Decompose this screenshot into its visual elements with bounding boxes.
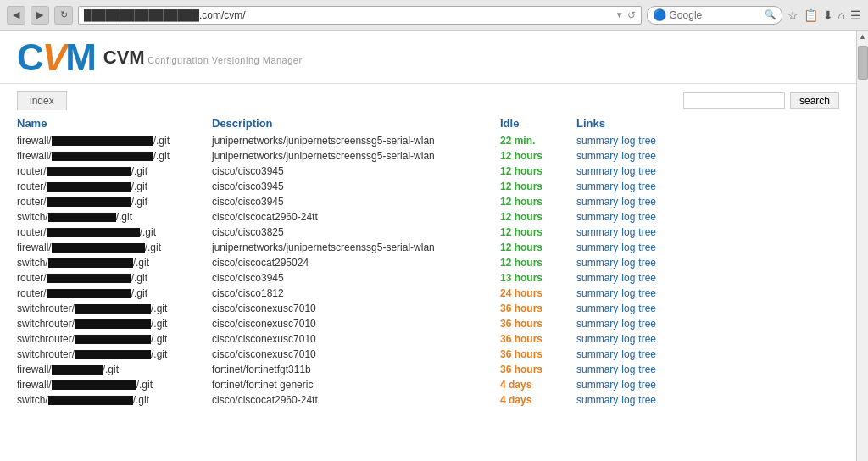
link-log[interactable]: log [621, 196, 635, 208]
link-summary[interactable]: summary [576, 196, 618, 208]
link-tree[interactable]: tree [638, 394, 656, 406]
link-log[interactable]: log [621, 287, 635, 299]
link-log[interactable]: log [621, 226, 635, 238]
link-log[interactable]: log [621, 135, 635, 147]
cell-links: summarylogtree [576, 225, 839, 240]
link-log[interactable]: log [621, 333, 635, 345]
link-summary[interactable]: summary [576, 364, 618, 375]
url-bar-icons: ▼ ↺ [615, 9, 636, 21]
browser-nav-icons: ☆ 📋 ⬇ ⌂ ☰ [787, 8, 861, 22]
cell-idle: 12 hours [500, 209, 576, 225]
link-tree[interactable]: tree [638, 287, 656, 299]
cell-links: summarylogtree [576, 286, 839, 301]
download-icon[interactable]: ⬇ [823, 8, 833, 22]
cell-name: switch//.git [17, 392, 212, 408]
cell-idle: 12 hours [500, 179, 576, 194]
link-tree[interactable]: tree [638, 226, 656, 238]
link-tree[interactable]: tree [638, 211, 656, 223]
bookmark-list-icon[interactable]: 📋 [804, 8, 818, 22]
table-row: router//.gitcisco/cisco394512 hourssumma… [17, 179, 839, 194]
col-header-name: Name [17, 114, 212, 133]
cell-name: switchrouter//.git [17, 347, 212, 362]
link-tree[interactable]: tree [638, 257, 656, 269]
link-summary[interactable]: summary [576, 303, 618, 314]
link-summary[interactable]: summary [576, 348, 618, 360]
link-summary[interactable]: summary [576, 150, 618, 162]
scroll-up-arrow[interactable]: ▲ [857, 31, 868, 42]
link-log[interactable]: log [621, 272, 635, 284]
menu-icon[interactable]: ☰ [850, 8, 861, 22]
link-log[interactable]: log [621, 318, 635, 330]
link-log[interactable]: log [621, 242, 635, 253]
link-log[interactable]: log [621, 181, 635, 192]
link-summary[interactable]: summary [576, 181, 618, 192]
scrollbar[interactable]: ▲ [856, 31, 868, 461]
link-tree[interactable]: tree [638, 196, 656, 208]
search-input[interactable] [683, 92, 785, 109]
back-button[interactable]: ◀ [7, 6, 25, 25]
table-header-row: Name Description Idle Links [17, 114, 839, 133]
table-row: firewall//.gitjunipernetworks/junipernet… [17, 133, 839, 148]
url-bar[interactable]: ████████████████.com/cvm/ ▼ ↺ [78, 6, 642, 25]
link-tree[interactable]: tree [638, 242, 656, 253]
link-log[interactable]: log [621, 211, 635, 223]
cell-name: firewall//.git [17, 148, 212, 164]
link-log[interactable]: log [621, 165, 635, 177]
table-row: firewall//.gitfortinet/fortinet generic4… [17, 377, 839, 392]
forward-button[interactable]: ▶ [31, 6, 49, 25]
cell-name: switch//.git [17, 209, 212, 225]
cell-name: router//.git [17, 164, 212, 179]
link-log[interactable]: log [621, 348, 635, 360]
link-tree[interactable]: tree [638, 150, 656, 162]
link-summary[interactable]: summary [576, 242, 618, 253]
link-log[interactable]: log [621, 394, 635, 406]
link-summary[interactable]: summary [576, 318, 618, 330]
link-summary[interactable]: summary [576, 257, 618, 269]
cell-idle: 13 hours [500, 270, 576, 286]
cell-links: summarylogtree [576, 347, 839, 362]
home-icon[interactable]: ⌂ [838, 8, 845, 22]
link-log[interactable]: log [621, 303, 635, 314]
bookmark-star-icon[interactable]: ☆ [787, 8, 798, 22]
cell-idle: 12 hours [500, 194, 576, 209]
cell-idle: 36 hours [500, 347, 576, 362]
scroll-thumb[interactable] [858, 46, 868, 80]
link-tree[interactable]: tree [638, 181, 656, 192]
cell-links: summarylogtree [576, 270, 839, 286]
link-summary[interactable]: summary [576, 287, 618, 299]
link-summary[interactable]: summary [576, 333, 618, 345]
url-text: ████████████████.com/cvm/ [84, 9, 615, 21]
link-tree[interactable]: tree [638, 303, 656, 314]
link-tree[interactable]: tree [638, 379, 656, 391]
refresh-icon[interactable]: ↺ [627, 9, 636, 21]
link-tree[interactable]: tree [638, 165, 656, 177]
tab-index[interactable]: index [17, 91, 67, 110]
link-summary[interactable]: summary [576, 272, 618, 284]
link-summary[interactable]: summary [576, 211, 618, 223]
link-log[interactable]: log [621, 364, 635, 375]
link-tree[interactable]: tree [638, 333, 656, 345]
cell-description: cisco/cisconexusc7010 [212, 347, 500, 362]
search-bar[interactable]: 🔵 Google 🔍 [647, 6, 782, 25]
link-tree[interactable]: tree [638, 318, 656, 330]
cell-links: summarylogtree [576, 331, 839, 347]
link-tree[interactable]: tree [638, 364, 656, 375]
search-button[interactable]: search [790, 92, 839, 109]
link-summary[interactable]: summary [576, 379, 618, 391]
link-log[interactable]: log [621, 257, 635, 269]
cell-description: cisco/cisco3945 [212, 194, 500, 209]
link-summary[interactable]: summary [576, 135, 618, 147]
link-tree[interactable]: tree [638, 272, 656, 284]
link-tree[interactable]: tree [638, 135, 656, 147]
link-summary[interactable]: summary [576, 226, 618, 238]
link-summary[interactable]: summary [576, 165, 618, 177]
table-row: switch//.gitcisco/ciscocat2960-24tt12 ho… [17, 209, 839, 225]
cell-idle: 24 hours [500, 286, 576, 301]
link-log[interactable]: log [621, 150, 635, 162]
search-area: search [683, 92, 839, 109]
link-tree[interactable]: tree [638, 348, 656, 360]
col-header-links: Links [576, 114, 839, 133]
link-log[interactable]: log [621, 379, 635, 391]
reload-button[interactable]: ↻ [54, 6, 73, 25]
link-summary[interactable]: summary [576, 394, 618, 406]
